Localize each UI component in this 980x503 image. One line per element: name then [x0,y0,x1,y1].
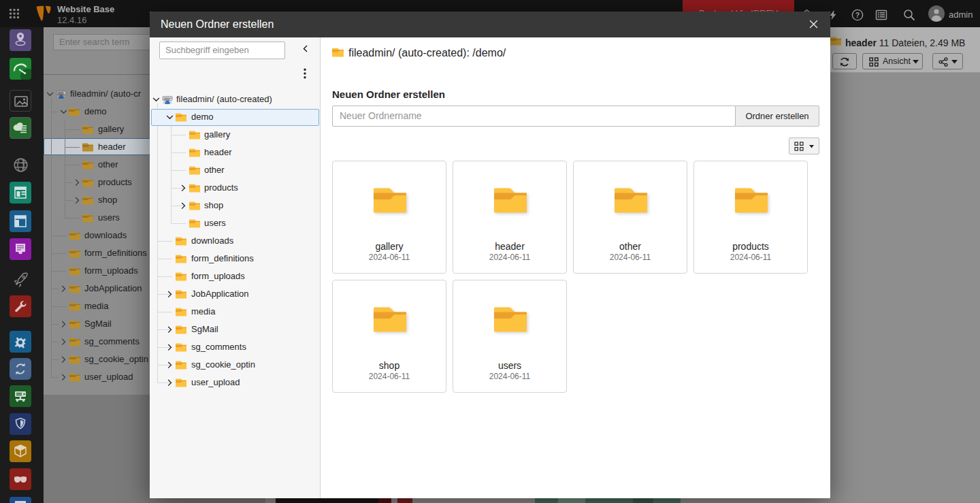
svg-text:?: ? [855,11,860,19]
